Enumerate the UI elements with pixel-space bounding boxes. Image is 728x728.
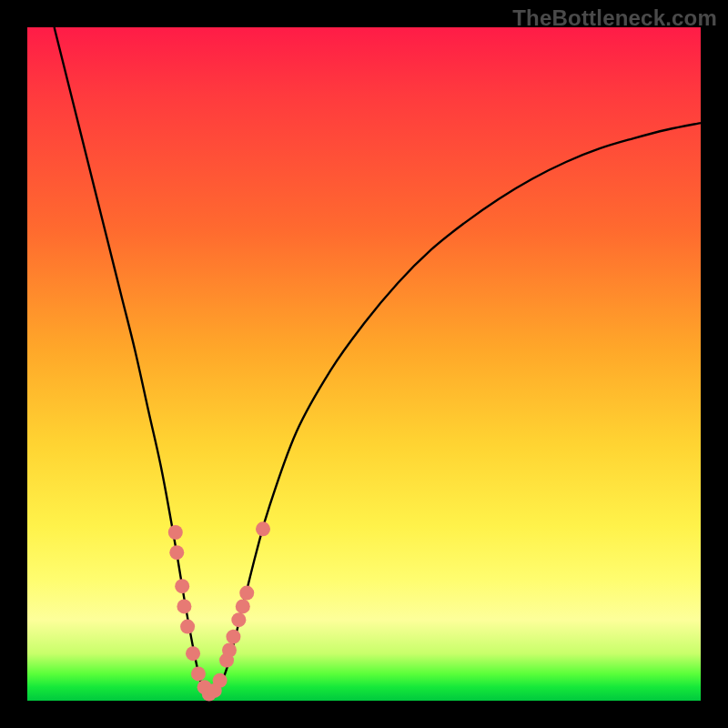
highlight-dot <box>169 545 184 560</box>
curve-svg <box>27 27 701 701</box>
bottleneck-curve <box>55 27 701 697</box>
plot-area <box>27 27 701 701</box>
chart-frame: TheBottleneck.com <box>0 0 728 728</box>
highlight-dot <box>226 630 240 644</box>
highlight-dot <box>222 643 237 658</box>
highlight-dot <box>231 612 246 627</box>
watermark-label: TheBottleneck.com <box>512 5 717 31</box>
highlight-dot <box>236 599 250 613</box>
highlight-dot <box>213 673 228 688</box>
highlight-dot <box>175 579 189 593</box>
highlight-dot <box>256 521 270 536</box>
highlight-dot <box>180 620 195 634</box>
highlight-dot <box>177 599 191 613</box>
highlight-dot <box>186 646 200 661</box>
highlight-dot <box>168 525 183 540</box>
highlight-dot <box>191 666 206 681</box>
highlight-dot <box>239 586 254 601</box>
highlight-dots <box>168 521 270 701</box>
